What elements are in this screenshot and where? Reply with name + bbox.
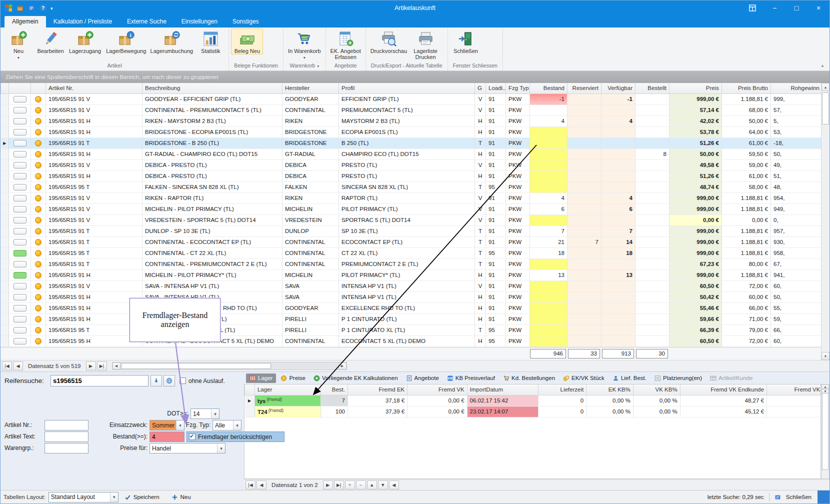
table-row[interactable]: ▶195/65R15 91 TBRIDGESTONE - B 250 (TL)B…: [1, 138, 822, 148]
detail-nav-last-button[interactable]: ▶|: [334, 480, 344, 490]
scroll-up-icon[interactable]: [822, 83, 830, 91]
ribbon-button-ek-angebot-erfassen[interactable]: EK. AngebotErfassen: [328, 28, 364, 60]
table-row[interactable]: 195/65R15 91 HPIRELLI - P 1 CINTURATO (T…: [1, 314, 822, 324]
quick-access-icon-1[interactable]: [16, 4, 24, 12]
minimize-button[interactable]: −: [764, 0, 786, 16]
lager-column-header-fremd-vk-endkunde[interactable]: Fremd VK Endkunde: [680, 384, 766, 395]
row-checkbox[interactable]: [14, 151, 26, 158]
table-row[interactable]: 195/65R15 91 TCONTINENTAL - PREMIUMCONTA…: [1, 258, 822, 270]
scroll-right-icon[interactable]: [338, 362, 346, 370]
ribbon-button-neu[interactable]: Neu▾: [2, 28, 34, 62]
column-header-g[interactable]: G: [475, 83, 486, 94]
table-row[interactable]: 195/65R15 91 VDEBICA - PRESTO (TL)DEBICA…: [1, 160, 822, 170]
detail-nav-extra-button[interactable]: −: [356, 480, 366, 490]
table-row[interactable]: 195/65R15 91 HRIKEN - MAYSTORM 2 B3 (TL)…: [1, 116, 822, 126]
new-layout-button[interactable]: Neu: [166, 494, 197, 500]
reifensuche-input[interactable]: [50, 375, 148, 386]
row-checkbox[interactable]: [14, 195, 26, 202]
scroll-up-icon[interactable]: [822, 384, 829, 389]
row-checkbox[interactable]: [14, 316, 26, 322]
table-row[interactable]: 195/65R15 91 VRIKEN - RAPTOR (TL)RIKENRA…: [1, 192, 822, 204]
dropdown-arrow-icon[interactable]: [176, 420, 184, 430]
column-header-bestellt[interactable]: Bestellt: [636, 83, 670, 94]
row-checkbox[interactable]: [14, 217, 26, 224]
save-layout-button[interactable]: Speichern: [118, 494, 166, 500]
table-row[interactable]: 195/65R15 91 TCONTINENTAL - ECOCONTACT E…: [1, 236, 822, 248]
ribbon-button-lagerzugang[interactable]: Lagerzugang: [66, 28, 104, 54]
maximize-button[interactable]: □: [786, 0, 808, 16]
ribbon-button-druckvorschau[interactable]: Druckvorschau: [368, 28, 410, 54]
table-row[interactable]: 195/65R15 91 HGOODYEAR - EXCELLENCE RHD …: [1, 302, 822, 314]
ribbon-button-in-warenkorb[interactable]: In Warenkorb▾: [286, 28, 324, 62]
table-row[interactable]: 195/65R15 91 VMICHELIN - PILOT PRIMACY (…: [1, 204, 822, 214]
table-row[interactable]: 195/65R15 95 TPIRELLI - P 1 CINTURATO XL…: [1, 324, 822, 336]
column-header-beschreibung[interactable]: Beschreibung: [142, 83, 282, 94]
row-checkbox[interactable]: [14, 140, 26, 146]
row-checkbox[interactable]: [14, 294, 26, 300]
lager-column-header-importdatum[interactable]: ImportDatum: [467, 384, 538, 395]
detail-tab-artikel-kunde[interactable]: Artikel/Kunde: [706, 374, 756, 383]
column-header-profil[interactable]: Profil: [339, 83, 475, 94]
detail-tab-kd-bestellungen[interactable]: Kd. Bestellungen: [500, 374, 558, 383]
nav-next-button[interactable]: ▶: [86, 362, 96, 370]
detail-vertical-scrollbar[interactable]: [821, 384, 830, 479]
ribbon-button-lagerumbuchung[interactable]: Lagerumbuchung: [148, 28, 194, 54]
table-row[interactable]: 195/65R15 91 HSAVA - INTENSA HP V1 (TL)S…: [1, 292, 822, 302]
preise-fuer-select[interactable]: Handel: [150, 443, 226, 454]
column-header-reserviert[interactable]: Reserviert: [568, 83, 602, 94]
column-header-hersteller[interactable]: Hersteller: [282, 83, 339, 94]
column-header-verfügbar[interactable]: Verfügbar: [602, 83, 636, 94]
statusbar-close-button[interactable]: Schließen: [786, 494, 812, 500]
search-web-button[interactable]: [164, 375, 175, 386]
lager-column-header-best[interactable]: Best.: [320, 384, 348, 395]
row-checkbox[interactable]: [14, 107, 26, 114]
qat-dropdown-icon[interactable]: [50, 4, 53, 12]
table-row[interactable]: 195/65R15 91 HGT-RADIAL - CHAMPIRO ECO (…: [1, 148, 822, 160]
detail-nav-extra-button[interactable]: ◀: [389, 480, 399, 490]
fzg-typ-select[interactable]: Alle: [212, 420, 242, 430]
hscroll-thumb[interactable]: [121, 363, 271, 369]
lager-row[interactable]: T24(Fremd)10037,39 €0,00 €23.02.17 14:07…: [245, 406, 822, 417]
table-row[interactable]: 195/65R15 91 VGOODYEAR - EFFICIENT GRIP …: [1, 94, 822, 104]
close-button[interactable]: ×: [808, 0, 830, 16]
row-checkbox[interactable]: [14, 283, 26, 290]
collapse-ribbon-icon[interactable]: [820, 62, 824, 68]
row-checkbox[interactable]: [14, 250, 26, 256]
tab-allgemein[interactable]: Allgemein: [4, 16, 46, 28]
detail-tab-vorliegende-ek-kalkulationen[interactable]: Vorliegende EK Kalkulationen: [310, 374, 402, 383]
ribbon-button-lagerliste-drucken[interactable]: LagerlisteDrucken: [410, 28, 442, 60]
lager-column-header-lieferzeit[interactable]: Lieferzeit: [538, 384, 586, 395]
resize-grip[interactable]: [818, 490, 830, 504]
artikel-text-input[interactable]: [44, 432, 88, 442]
column-header-loadi[interactable]: Loadi...: [486, 83, 506, 94]
table-row[interactable]: 195/65R15 91 VVREDESTEIN - SPORTRAC 5 (T…: [1, 214, 822, 226]
lager-column-header-ek-kb[interactable]: EK KB%: [586, 384, 634, 395]
row-checkbox[interactable]: [14, 96, 26, 102]
lager-row[interactable]: ▶tys(Fremd)737,18 €0,00 €06.02.17 15:420…: [245, 395, 822, 406]
row-checkbox[interactable]: [14, 239, 26, 246]
detail-nav-next-button[interactable]: ▶: [323, 480, 333, 490]
lager-column-header-fremd-ek[interactable]: Fremd EK: [348, 384, 407, 395]
warengrp-input[interactable]: [44, 443, 88, 454]
row-checkbox[interactable]: [14, 206, 26, 212]
bestand-filter-input[interactable]: [150, 432, 184, 442]
layout-select[interactable]: Standard Layout: [48, 492, 118, 502]
dot-select[interactable]: 14: [190, 408, 220, 419]
help-icon[interactable]: ?: [39, 4, 47, 12]
tab-kalkulation-preisliste[interactable]: Kalkulation / Preisliste: [46, 16, 120, 28]
detail-nav-extra-button[interactable]: ▼: [378, 480, 388, 490]
row-checkbox[interactable]: [14, 162, 26, 168]
row-checkbox[interactable]: [14, 327, 26, 334]
quick-access-icon-2[interactable]: [28, 4, 36, 12]
column-header-preis-brutto[interactable]: Preis Brutto: [722, 83, 771, 94]
nav-last-button[interactable]: ▶|: [97, 362, 107, 370]
row-checkbox[interactable]: [14, 228, 26, 234]
table-row[interactable]: 195/65R15 95 TCONTINENTAL - CT 22 XL (TL…: [1, 248, 822, 258]
ribbon-button-beleg-neu[interactable]: Beleg Neu: [231, 28, 263, 54]
nav-prev-button[interactable]: ◀: [13, 362, 23, 370]
table-row[interactable]: 195/65R15 95 HCONTINENTAL - ECOCONTACT 5…: [1, 336, 822, 346]
column-header-artikel-nr[interactable]: Artikel Nr.: [46, 83, 142, 94]
einsatzzweck-select[interactable]: Sommer: [150, 420, 184, 430]
ribbon-button-statistik[interactable]: Statistik: [194, 28, 226, 54]
detail-nav-extra-button[interactable]: +: [345, 480, 355, 490]
